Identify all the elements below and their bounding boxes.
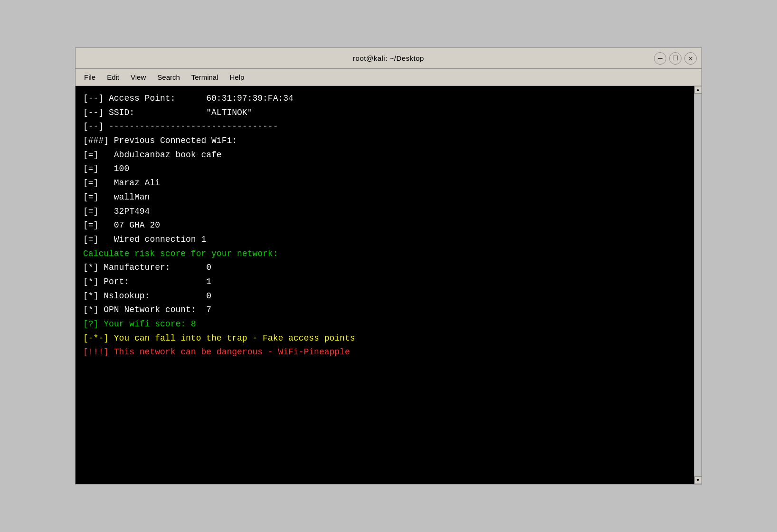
terminal-line: [*] Manufacturer: 0 — [83, 261, 686, 275]
terminal-line: [=] Wired connection 1 — [83, 233, 686, 247]
terminal-line: [?] Your wifi score: 8 — [83, 317, 686, 332]
terminal-line: [=] Abdulcanbaz book cafe — [83, 148, 686, 162]
maximize-button[interactable]: □ — [669, 52, 682, 65]
terminal-line: [###] Previous Connected WiFi: — [83, 134, 686, 148]
menu-search[interactable]: Search — [152, 71, 185, 83]
window-controls: — □ ✕ — [654, 52, 697, 65]
title-bar: root@kali: ~/Desktop — □ ✕ — [76, 48, 701, 69]
terminal-line: [--] SSID: "ALTINOK" — [83, 106, 686, 120]
menubar: File Edit View Search Terminal Help — [76, 69, 701, 86]
menu-terminal[interactable]: Terminal — [187, 71, 223, 83]
terminal-line: Calculate risk score for your network: — [83, 247, 686, 261]
terminal-line: [=] wallMan — [83, 190, 686, 205]
minimize-icon: — — [658, 54, 663, 63]
terminal-body[interactable]: [--] Access Point: 60:31:97:39:FA:34[--]… — [76, 86, 694, 484]
terminal-wrapper: [--] Access Point: 60:31:97:39:FA:34[--]… — [76, 86, 701, 484]
terminal-line: [*] Port: 1 — [83, 275, 686, 289]
terminal-line: [*] OPN Network count: 7 — [83, 303, 686, 317]
close-icon: ✕ — [688, 54, 693, 63]
scroll-down-arrow[interactable]: ▼ — [694, 476, 702, 484]
menu-edit[interactable]: Edit — [102, 71, 124, 83]
menu-view[interactable]: View — [126, 71, 151, 83]
terminal-line: [=] 32PT494 — [83, 205, 686, 219]
terminal-line: [=] 100 — [83, 162, 686, 176]
maximize-icon: □ — [673, 54, 678, 63]
terminal-line: [--] Access Point: 60:31:97:39:FA:34 — [83, 92, 686, 106]
scroll-up-arrow[interactable]: ▲ — [694, 86, 702, 94]
terminal-window: root@kali: ~/Desktop — □ ✕ File Edit Vie… — [75, 48, 702, 484]
terminal-line: [-*-] You can fall into the trap - Fake … — [83, 332, 686, 346]
close-button[interactable]: ✕ — [684, 52, 697, 65]
menu-help[interactable]: Help — [225, 71, 249, 83]
terminal-line: [!!!] This network can be dangerous - Wi… — [83, 345, 686, 360]
terminal-line: [*] Nslookup: 0 — [83, 289, 686, 304]
scrollbar[interactable]: ▲ ▼ — [694, 86, 701, 484]
menu-file[interactable]: File — [79, 71, 100, 83]
terminal-line: [=] 07 GHA 20 — [83, 218, 686, 233]
minimize-button[interactable]: — — [654, 52, 666, 65]
window-title: root@kali: ~/Desktop — [353, 54, 424, 62]
terminal-line: [=] Maraz_Ali — [83, 176, 686, 190]
terminal-line: [--] --------------------------------- — [83, 120, 686, 134]
